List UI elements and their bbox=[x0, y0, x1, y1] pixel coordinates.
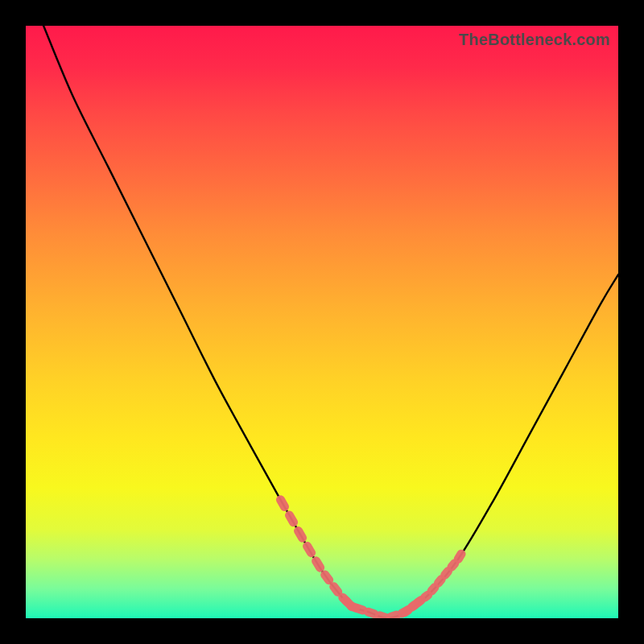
svg-line-19 bbox=[357, 608, 362, 609]
svg-line-17 bbox=[458, 554, 461, 559]
svg-line-15 bbox=[445, 572, 448, 575]
curve-svg bbox=[26, 26, 618, 618]
chart-canvas: TheBottleneck.com bbox=[0, 0, 644, 644]
svg-line-24 bbox=[413, 601, 419, 606]
svg-line-6 bbox=[334, 587, 338, 592]
svg-line-22 bbox=[390, 615, 396, 617]
svg-line-18 bbox=[345, 601, 351, 606]
svg-line-0 bbox=[280, 500, 284, 507]
svg-line-12 bbox=[425, 595, 428, 597]
svg-line-20 bbox=[368, 612, 374, 613]
svg-line-16 bbox=[452, 564, 455, 567]
bottleneck-curve bbox=[43, 26, 618, 618]
svg-line-1 bbox=[290, 515, 294, 522]
svg-line-21 bbox=[379, 616, 385, 617]
highlight-dots bbox=[280, 500, 461, 617]
svg-line-4 bbox=[316, 561, 320, 568]
svg-line-14 bbox=[438, 580, 441, 583]
svg-line-13 bbox=[431, 588, 435, 591]
plot-area: TheBottleneck.com bbox=[26, 26, 618, 618]
svg-line-3 bbox=[308, 546, 312, 552]
svg-line-5 bbox=[325, 575, 329, 580]
svg-line-2 bbox=[299, 530, 303, 538]
svg-line-23 bbox=[402, 610, 407, 613]
